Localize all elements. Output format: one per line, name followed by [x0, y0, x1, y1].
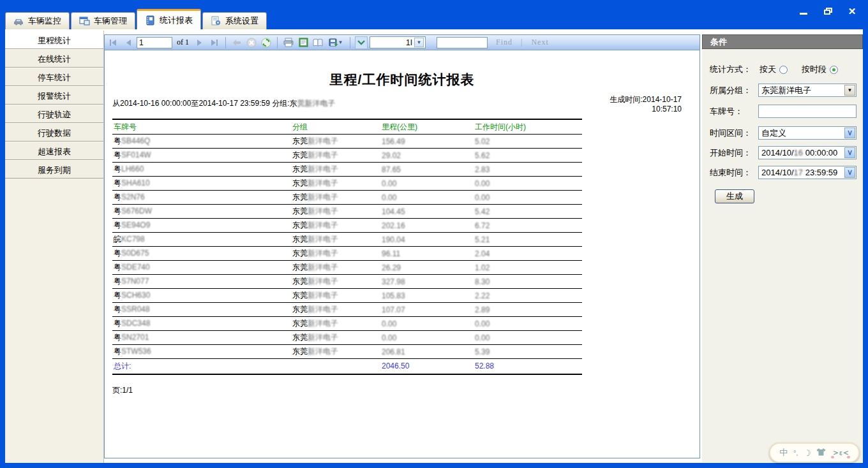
plate-prefix: 粤 [114, 347, 121, 356]
group-blurred: 新洋电子 [308, 136, 338, 145]
by-period-radio[interactable] [830, 66, 838, 74]
plate-number-input[interactable] [758, 105, 857, 118]
group-select-arrow-icon[interactable]: ▼ [844, 85, 855, 96]
mileage-value: 105.83 [382, 291, 405, 300]
sidebar-item[interactable]: 里程统计 [5, 31, 103, 49]
report-title: 里程/工作时间统计报表 [105, 71, 700, 89]
end-time-chevron-icon[interactable]: ᐯ [844, 167, 855, 178]
find-link[interactable]: Find [496, 38, 513, 47]
sidebar-item[interactable]: 报警统计 [5, 86, 103, 105]
hours-value: 0.00 [475, 319, 490, 328]
tab-statistics-report[interactable]: 统计报表 [137, 9, 201, 29]
cell-mileage: 0.00 [380, 317, 474, 331]
tab-vehicle-monitor[interactable]: 车辆监控 [5, 12, 70, 29]
cell-plate: 粤SE94O9 [112, 219, 291, 233]
cell-mileage: 206.81 [380, 345, 474, 359]
interval-select-value: 自定义 [761, 128, 786, 139]
sidebar-item[interactable]: 行驶轨迹 [5, 105, 103, 123]
interval-select-chevron-icon[interactable]: ᐯ [844, 128, 855, 138]
mileage-value: 0.00 [382, 193, 396, 202]
cell-mileage: 327.98 [380, 275, 474, 289]
interval-row: 时间区间： 自定义 ᐯ [710, 126, 857, 140]
sidebar-item[interactable]: 停车统计 [5, 68, 103, 86]
next-link[interactable]: Next [531, 38, 548, 47]
cell-group: 东莞新洋电子 [291, 219, 380, 233]
end-time-picker[interactable]: 2014/10/17 23:59:59 ᐯ [758, 166, 857, 179]
export-button[interactable]: ▼ [326, 36, 345, 49]
mileage-value: 26.29 [382, 263, 401, 272]
cell-group: 东莞新洋电子 [291, 275, 380, 289]
zoom-level-select[interactable]: 1I ▼ [370, 36, 426, 48]
find-text-input[interactable] [437, 37, 488, 48]
refresh-button[interactable] [260, 36, 273, 49]
restore-button[interactable] [821, 5, 835, 17]
cell-group: 东莞新洋电子 [291, 149, 380, 163]
cell-mileage: 107.07 [380, 303, 474, 317]
ime-moon-icon[interactable]: ☽ [804, 448, 811, 458]
cell-group: 东莞新洋电子 [291, 135, 380, 149]
last-page-button[interactable] [208, 36, 221, 49]
group-prefix: 东莞 [292, 179, 308, 187]
plate-row: 车牌号： [710, 105, 857, 118]
minimize-button[interactable] [797, 5, 811, 17]
by-day-radio[interactable] [779, 66, 788, 74]
main-content: 里程统计 在线统计 停车统计 报警统计 行驶轨迹 行驶数据 超速报表 服务到期 … [5, 29, 863, 463]
close-button[interactable]: ✕ [845, 5, 859, 17]
end-date-prefix: 2014/10/ [761, 168, 794, 177]
total-label: 总计: [112, 359, 291, 374]
print-layout-button[interactable] [297, 36, 310, 49]
sidebar-item[interactable]: 服务到期 [5, 160, 103, 179]
print-button[interactable] [282, 36, 295, 49]
ime-punctuation-button[interactable]: °, [793, 449, 798, 457]
total-hours: 52.88 [474, 359, 582, 374]
previous-page-button[interactable] [122, 36, 135, 49]
tab-system-settings[interactable]: 系统设置 [202, 12, 267, 29]
first-page-button[interactable] [107, 36, 120, 49]
group-prefix: 东莞 [292, 291, 308, 300]
ime-chinese-mode-button[interactable]: 中 [779, 447, 788, 458]
table-row: 粤S0D675 东莞新洋电子 96.11 2.04 [112, 247, 582, 261]
interval-select[interactable]: 自定义 ᐯ [758, 126, 857, 140]
generate-button[interactable]: 生成 [715, 189, 754, 203]
zoom-icon-button[interactable] [355, 36, 368, 49]
cell-group: 东莞新洋电子 [291, 289, 380, 303]
back-button[interactable] [230, 36, 243, 49]
group-select[interactable]: 东莞新洋电子 ▼ [758, 84, 857, 97]
plate-prefix: 粤 [114, 207, 121, 216]
cell-mileage: 202.16 [380, 219, 474, 233]
stop-button[interactable] [245, 36, 258, 49]
plate-blurred: SSR048 [121, 305, 150, 314]
total-spacer [291, 359, 380, 374]
page-number-input[interactable] [137, 37, 172, 48]
table-row: 粤SN2701 东莞新洋电子 0.00 0.00 [112, 331, 582, 345]
plate-prefix: 粤 [114, 221, 121, 230]
cell-mileage: 96.11 [380, 247, 474, 261]
cell-hours: 5.42 [474, 205, 582, 219]
group-select-value: 东莞新洋电子 [761, 85, 811, 96]
start-time-picker[interactable]: 2014/10/16 00:00:00 ᐯ [758, 146, 857, 159]
ime-logo-face-icon[interactable]: ＞ε＜ [832, 447, 849, 458]
mileage-value: 107.07 [382, 305, 405, 314]
sidebar-item[interactable]: 在线统计 [5, 49, 103, 68]
mileage-value: 0.00 [382, 333, 396, 342]
report-range-group-blurred: 莞新洋电子 [297, 99, 336, 108]
stat-mode-label: 统计方式： [710, 64, 758, 75]
hours-value: 5.21 [475, 235, 490, 244]
cell-plate: 粤S7N077 [112, 275, 291, 289]
sidebar-item[interactable]: 超速报表 [5, 142, 103, 160]
ime-skin-shirt-icon[interactable] [816, 448, 826, 458]
group-prefix: 东莞 [292, 165, 308, 173]
cell-mileage: 156.49 [380, 135, 474, 149]
zoom-caret-icon: ▼ [414, 38, 424, 47]
start-time-chevron-icon[interactable]: ᐯ [844, 147, 855, 158]
sidebar-item[interactable]: 行驶数据 [5, 123, 103, 142]
next-page-button[interactable] [193, 36, 206, 49]
cell-group: 东莞新洋电子 [291, 345, 380, 359]
cell-plate: 粤SCH630 [112, 289, 291, 303]
report-page: 里程/工作时间统计报表 从2014-10-16 00:00:00至2014-10… [105, 50, 700, 458]
end-time-label: 结束时间： [710, 167, 758, 179]
page-setup-button[interactable] [311, 36, 324, 49]
tab-vehicle-manage[interactable]: 车辆管理 [71, 12, 135, 29]
end-time-row: 结束时间： 2014/10/17 23:59:59 ᐯ [710, 166, 857, 179]
group-blurred: 新洋电子 [308, 347, 338, 356]
